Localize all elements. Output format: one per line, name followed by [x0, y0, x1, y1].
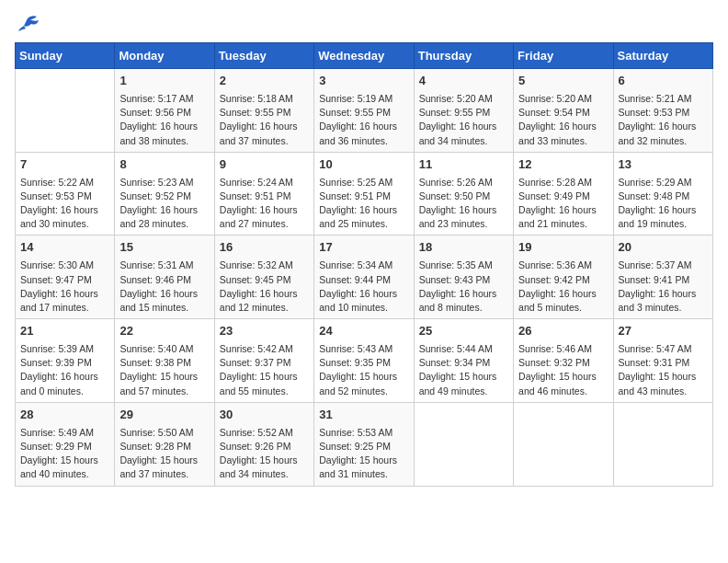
day-info-text: Sunrise: 5:43 AM [319, 342, 408, 356]
day-info-text: Daylight: 16 hours [220, 120, 309, 133]
day-info-text: Sunrise: 5:21 AM [619, 92, 708, 106]
calendar-week-row: 28Sunrise: 5:49 AMSunset: 9:29 PMDayligh… [16, 402, 713, 486]
day-info-text: and 55 minutes. [220, 385, 309, 398]
day-info-text: and 36 minutes. [319, 134, 408, 148]
day-number: 18 [419, 239, 508, 257]
day-number: 20 [619, 239, 708, 257]
day-info-text: Sunset: 9:55 PM [319, 106, 408, 120]
day-info-text: Sunrise: 5:40 AM [119, 342, 209, 356]
day-info-text: Sunset: 9:38 PM [119, 356, 209, 370]
day-info-text: Sunrise: 5:28 AM [518, 176, 608, 190]
day-info-text: Sunset: 9:32 PM [518, 356, 608, 370]
day-number: 22 [119, 323, 209, 340]
day-number: 29 [119, 407, 209, 424]
calendar-cell: 27Sunrise: 5:47 AMSunset: 9:31 PMDayligh… [613, 319, 712, 403]
logo [15, 15, 44, 35]
day-info-text: and 10 minutes. [319, 301, 408, 315]
day-info-text: Sunrise: 5:52 AM [220, 426, 309, 440]
day-info-text: Daylight: 15 hours [518, 370, 608, 384]
day-number: 26 [518, 323, 608, 340]
day-info-text: Sunset: 9:53 PM [619, 106, 708, 120]
day-info-text: Sunrise: 5:17 AM [119, 92, 209, 106]
day-number: 1 [119, 73, 209, 90]
calendar-cell: 14Sunrise: 5:30 AMSunset: 9:47 PMDayligh… [16, 236, 115, 319]
calendar-cell: 12Sunrise: 5:28 AMSunset: 9:49 PMDayligh… [514, 152, 613, 236]
day-header-friday: Friday [514, 43, 613, 69]
day-info-text: and 31 minutes. [319, 467, 408, 481]
day-info-text: Sunset: 9:35 PM [319, 356, 408, 370]
day-number: 27 [619, 323, 708, 340]
day-info-text: Daylight: 15 hours [319, 454, 408, 467]
day-number: 13 [619, 156, 708, 174]
calendar-week-row: 7Sunrise: 5:22 AMSunset: 9:53 PMDaylight… [16, 152, 713, 236]
day-header-sunday: Sunday [16, 43, 115, 69]
day-info-text: Sunrise: 5:35 AM [419, 259, 508, 272]
day-info-text: Daylight: 15 hours [619, 370, 708, 384]
day-info-text: Sunset: 9:29 PM [20, 440, 109, 454]
day-info-text: Sunrise: 5:36 AM [518, 259, 608, 272]
page-container: SundayMondayTuesdayWednesdayThursdayFrid… [15, 15, 713, 487]
day-info-text: Daylight: 16 hours [319, 120, 408, 133]
day-number: 4 [419, 73, 508, 90]
day-info-text: Sunrise: 5:23 AM [119, 176, 209, 190]
day-info-text: Sunset: 9:34 PM [419, 356, 508, 370]
day-info-text: Sunrise: 5:47 AM [619, 342, 708, 356]
calendar-table: SundayMondayTuesdayWednesdayThursdayFrid… [15, 42, 713, 487]
calendar-cell [613, 402, 712, 486]
day-info-text: Daylight: 16 hours [518, 203, 608, 217]
day-info-text: and 0 minutes. [20, 385, 109, 398]
day-info-text: Daylight: 15 hours [319, 370, 408, 384]
day-info-text: Sunrise: 5:46 AM [518, 342, 608, 356]
day-info-text: Daylight: 15 hours [419, 370, 508, 384]
calendar-cell: 17Sunrise: 5:34 AMSunset: 9:44 PMDayligh… [314, 236, 414, 319]
day-info-text: Sunrise: 5:26 AM [419, 176, 508, 190]
day-info-text: Sunrise: 5:18 AM [220, 92, 309, 106]
calendar-cell: 19Sunrise: 5:36 AMSunset: 9:42 PMDayligh… [514, 236, 613, 319]
day-info-text: Sunset: 9:28 PM [119, 440, 209, 454]
day-info-text: and 37 minutes. [220, 134, 309, 148]
day-info-text: Sunrise: 5:53 AM [319, 426, 408, 440]
day-info-text: Sunrise: 5:37 AM [619, 259, 708, 272]
day-info-text: Daylight: 16 hours [518, 287, 608, 301]
day-info-text: and 57 minutes. [119, 385, 209, 398]
calendar-cell: 21Sunrise: 5:39 AMSunset: 9:39 PMDayligh… [16, 319, 115, 403]
day-info-text: Daylight: 16 hours [20, 203, 109, 217]
day-info-text: Daylight: 16 hours [319, 203, 408, 217]
day-info-text: Sunrise: 5:24 AM [220, 176, 309, 190]
day-info-text: Sunset: 9:51 PM [220, 190, 309, 203]
day-info-text: and 46 minutes. [518, 385, 608, 398]
calendar-cell: 30Sunrise: 5:52 AMSunset: 9:26 PMDayligh… [214, 402, 313, 486]
day-info-text: and 27 minutes. [220, 217, 309, 231]
day-number: 8 [119, 156, 209, 174]
day-info-text: Daylight: 16 hours [619, 287, 708, 301]
day-number: 17 [319, 239, 408, 257]
day-info-text: Sunrise: 5:32 AM [220, 259, 309, 272]
day-info-text: and 3 minutes. [619, 301, 708, 315]
day-info-text: Sunset: 9:55 PM [220, 106, 309, 120]
day-info-text: Daylight: 16 hours [119, 120, 209, 133]
calendar-cell: 4Sunrise: 5:20 AMSunset: 9:55 PMDaylight… [414, 69, 513, 153]
day-info-text: and 40 minutes. [20, 467, 109, 481]
day-info-text: and 12 minutes. [220, 301, 309, 315]
day-info-text: Daylight: 16 hours [518, 120, 608, 133]
day-info-text: Sunrise: 5:29 AM [619, 176, 708, 190]
day-info-text: Daylight: 15 hours [119, 370, 209, 384]
calendar-cell: 9Sunrise: 5:24 AMSunset: 9:51 PMDaylight… [214, 152, 313, 236]
calendar-cell: 1Sunrise: 5:17 AMSunset: 9:56 PMDaylight… [115, 69, 214, 153]
day-info-text: Daylight: 16 hours [20, 370, 109, 384]
day-number: 2 [220, 73, 309, 90]
day-info-text: Sunset: 9:51 PM [319, 190, 408, 203]
calendar-cell: 11Sunrise: 5:26 AMSunset: 9:50 PMDayligh… [414, 152, 513, 236]
logo-icon [15, 15, 40, 35]
calendar-cell: 18Sunrise: 5:35 AMSunset: 9:43 PMDayligh… [414, 236, 513, 319]
day-info-text: Daylight: 16 hours [119, 203, 209, 217]
calendar-cell: 26Sunrise: 5:46 AMSunset: 9:32 PMDayligh… [514, 319, 613, 403]
day-info-text: Sunset: 9:42 PM [518, 273, 608, 287]
day-info-text: Daylight: 16 hours [419, 287, 508, 301]
calendar-week-row: 1Sunrise: 5:17 AMSunset: 9:56 PMDaylight… [16, 69, 713, 153]
day-info-text: Daylight: 16 hours [319, 287, 408, 301]
day-number: 23 [220, 323, 309, 340]
calendar-cell: 7Sunrise: 5:22 AMSunset: 9:53 PMDaylight… [16, 152, 115, 236]
day-info-text: Sunset: 9:55 PM [419, 106, 508, 120]
day-number: 11 [419, 156, 508, 174]
